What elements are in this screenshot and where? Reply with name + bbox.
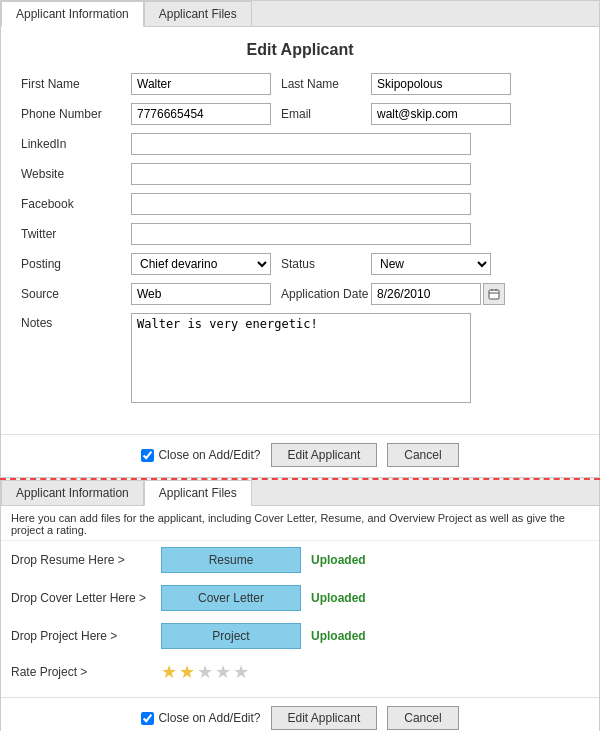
notes-label: Notes (21, 313, 131, 330)
source-label: Source (21, 287, 131, 301)
tab-applicant-info-2[interactable]: Applicant Information (1, 480, 144, 505)
panel1-title: Edit Applicant (21, 41, 579, 59)
tab-applicant-files-2[interactable]: Applicant Files (144, 480, 252, 506)
panel1: Applicant Information Applicant Files Ed… (0, 0, 600, 478)
cover-letter-button[interactable]: Cover Letter (161, 585, 301, 611)
notes-row: Notes Walter is very energetic! (21, 313, 579, 403)
resume-status: Uploaded (311, 553, 366, 567)
posting-select[interactable]: Chief devarino (131, 253, 271, 275)
cover-letter-status: Uploaded (311, 591, 366, 605)
star-3[interactable]: ★ (197, 661, 213, 683)
phone-email-row: Phone Number Email (21, 103, 579, 125)
rate-project-label: Rate Project > (11, 665, 151, 679)
status-select[interactable]: New (371, 253, 491, 275)
edit-applicant-button-1[interactable]: Edit Applicant (271, 443, 378, 467)
linkedin-label: LinkedIn (21, 137, 131, 151)
calendar-icon[interactable] (483, 283, 505, 305)
resume-label: Drop Resume Here > (11, 553, 151, 567)
resume-button[interactable]: Resume (161, 547, 301, 573)
date-input[interactable] (371, 283, 481, 305)
name-row: First Name Last Name (21, 73, 579, 95)
email-label: Email (271, 107, 371, 121)
twitter-row: Twitter (21, 223, 579, 245)
panel1-body: Edit Applicant First Name Last Name Phon… (1, 27, 599, 426)
edit-applicant-button-2[interactable]: Edit Applicant (271, 706, 378, 730)
linkedin-row: LinkedIn (21, 133, 579, 155)
tab-applicant-files-1[interactable]: Applicant Files (144, 1, 252, 26)
phone-label: Phone Number (21, 107, 131, 121)
date-wrapper (371, 283, 505, 305)
last-name-label: Last Name (271, 77, 371, 91)
tab-bar-2: Applicant Information Applicant Files (1, 480, 599, 506)
twitter-input[interactable] (131, 223, 471, 245)
notes-textarea[interactable]: Walter is very energetic! (131, 313, 471, 403)
tab-applicant-info-1[interactable]: Applicant Information (1, 1, 144, 27)
panel2-info-text: Here you can add files for the applicant… (1, 506, 599, 541)
status-label: Status (271, 257, 371, 271)
source-input[interactable] (131, 283, 271, 305)
cancel-button-2[interactable]: Cancel (387, 706, 458, 730)
panel1-bottom-bar: Close on Add/Edit? Edit Applicant Cancel (1, 434, 599, 477)
app-date-label: Application Date (271, 287, 371, 301)
project-status: Uploaded (311, 629, 366, 643)
cover-letter-row: Drop Cover Letter Here > Cover Letter Up… (1, 579, 599, 617)
svg-rect-0 (489, 290, 499, 299)
tab-bar-1: Applicant Information Applicant Files (1, 1, 599, 27)
close-on-edit-checkbox-2[interactable] (141, 712, 154, 725)
project-row: Drop Project Here > Project Uploaded (1, 617, 599, 655)
star-5[interactable]: ★ (233, 661, 249, 683)
posting-label: Posting (21, 257, 131, 271)
panel2: Applicant Information Applicant Files He… (0, 480, 600, 731)
cancel-button-1[interactable]: Cancel (387, 443, 458, 467)
star-1[interactable]: ★ (161, 661, 177, 683)
close-on-edit-label-2[interactable]: Close on Add/Edit? (141, 711, 260, 725)
star-2[interactable]: ★ (179, 661, 195, 683)
project-button[interactable]: Project (161, 623, 301, 649)
website-label: Website (21, 167, 131, 181)
close-on-edit-checkbox-1[interactable] (141, 449, 154, 462)
facebook-input[interactable] (131, 193, 471, 215)
website-row: Website (21, 163, 579, 185)
cover-letter-label: Drop Cover Letter Here > (11, 591, 151, 605)
rate-project-row: Rate Project > ★ ★ ★ ★ ★ (1, 655, 599, 689)
close-on-edit-label-1[interactable]: Close on Add/Edit? (141, 448, 260, 462)
posting-status-row: Posting Chief devarino Status New (21, 253, 579, 275)
panel2-bottom-bar: Close on Add/Edit? Edit Applicant Cancel (1, 697, 599, 731)
first-name-input[interactable] (131, 73, 271, 95)
phone-input[interactable] (131, 103, 271, 125)
linkedin-input[interactable] (131, 133, 471, 155)
twitter-label: Twitter (21, 227, 131, 241)
source-date-row: Source Application Date (21, 283, 579, 305)
first-name-label: First Name (21, 77, 131, 91)
star-4[interactable]: ★ (215, 661, 231, 683)
last-name-input[interactable] (371, 73, 511, 95)
project-label: Drop Project Here > (11, 629, 151, 643)
email-input[interactable] (371, 103, 511, 125)
website-input[interactable] (131, 163, 471, 185)
resume-row: Drop Resume Here > Resume Uploaded (1, 541, 599, 579)
facebook-row: Facebook (21, 193, 579, 215)
facebook-label: Facebook (21, 197, 131, 211)
star-rating[interactable]: ★ ★ ★ ★ ★ (161, 661, 249, 683)
